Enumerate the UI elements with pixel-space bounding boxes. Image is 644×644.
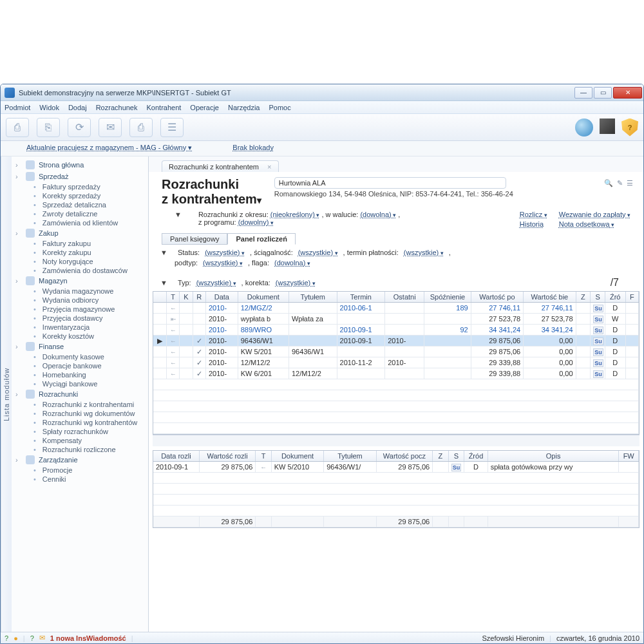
toolbar-btn-1[interactable]: ⎙ [6,118,29,137]
table-row[interactable]: ←2010-12/MGZ/22010-06-118927 746,1127 74… [153,303,639,314]
action-rozlicz[interactable]: Rozlicz [520,211,547,218]
action-nota[interactable]: Nota odsetkowa [559,220,630,228]
menu-widok[interactable]: Widok [39,104,59,111]
sidebar-item[interactable]: Faktury zakupu [12,239,148,248]
minimize-button[interactable]: — [574,87,592,99]
menu-rozrachunek[interactable]: Rozrachunek [96,104,138,111]
sidebar-item[interactable]: Operacje bankowe [12,361,148,370]
collapse-toggle-icon-2[interactable]: ▼ [160,249,167,256]
warehouse-link[interactable]: Aktualnie pracujesz z magazynem - MAG - … [26,144,192,151]
search-icon[interactable]: 🔍 [604,179,613,187]
correction-filter[interactable]: (wszystkie) [276,279,316,287]
status-filter[interactable]: (wszystkie) [205,249,245,256]
sidebar-item[interactable]: Wydania odbiorcy [12,296,148,305]
sidebar-item[interactable]: Homebanking [12,370,148,379]
table-row[interactable]: 2010-09-129 875,06←KW 5/201096436/W1/29 … [153,462,639,473]
toolbar-btn-2[interactable]: ⎘ [37,118,60,137]
status-message[interactable]: 1 nowa InsWiadomość [50,634,126,642]
globe-icon[interactable] [575,118,593,137]
window-title: Subiekt demonstracyjny na serwerze MKP\I… [19,89,574,97]
table-row[interactable]: ←✓2010-12/M12/22010-11-22010-29 339,880,… [153,357,639,368]
help-icon-2[interactable]: ? [30,634,34,642]
toolbar-btn-5[interactable]: ⎙ [129,118,153,137]
menu-pomoc[interactable]: Pomoc [269,104,291,111]
menu-podmiot[interactable]: Podmiot [5,104,30,111]
sidebar-group[interactable]: ›Rozrachunki [12,388,148,400]
tab-close-icon[interactable]: × [267,163,271,171]
sidebar-group[interactable]: ›Magazyn [12,275,148,287]
currency-filter[interactable]: (dowolna) [360,211,396,218]
bulb-icon[interactable]: ● [14,634,18,642]
sidebar-item[interactable]: Spłaty rozrachunków [12,427,148,436]
cube-icon[interactable] [600,118,615,134]
toolbar-btn-6[interactable]: ☰ [160,118,184,137]
flag-filter[interactable]: (dowolna) [274,259,310,267]
sidebar-item[interactable]: Rozrachunki wg dokumentów [12,409,148,418]
sidebar-item[interactable]: Faktury sprzedaży [12,182,148,191]
sidebar-group[interactable]: ›Sprzedaż [12,171,148,182]
collectibility-filter[interactable]: (wszystkie) [298,249,338,256]
sidebar-item[interactable]: Rozrachunki z kontrahentami [12,400,148,409]
sidebar-item[interactable]: Sprzedaż detaliczna [12,200,148,209]
maximize-button[interactable]: ▭ [594,87,612,99]
menu-operacje[interactable]: Operacje [190,104,219,111]
sidebar-item[interactable]: Korekty kosztów [12,332,148,341]
table-row [153,379,639,390]
sidebar-item[interactable]: Rozrachunki wg kontrahentów [12,418,148,427]
sidebar-item[interactable]: Rozrachunki rozliczone [12,445,148,454]
close-button[interactable]: ✕ [613,87,642,99]
program-filter[interactable]: (dowolny) [238,218,274,226]
mail-icon[interactable]: ✉ [39,634,45,642]
sidebar-item[interactable]: Wyciągi bankowe [12,379,148,388]
sidebar-group[interactable]: ›Strona główna [12,159,148,171]
menu-dodaj[interactable]: Dodaj [68,104,87,111]
menu-kontrahent[interactable]: Kontrahent [147,104,182,111]
shield-icon[interactable]: ? [621,118,638,137]
sidebar-group[interactable]: ›Zakup [12,227,148,239]
sidebar-group[interactable]: ›Finanse [12,341,148,352]
sidebar-item[interactable]: Cenniki [12,475,148,484]
sidebar-item[interactable]: Dokumenty kasowe [12,352,148,361]
sidebar-item[interactable]: Promocje [12,466,148,475]
collapse-toggle-icon-3[interactable]: ▼ [160,279,167,287]
main: Rozrachunki z kontrahentem × Rozrachunki… [149,156,643,632]
sidebar-group[interactable]: ›Zarządzanie [12,454,148,466]
sidebar-item[interactable]: Korekty zakupu [12,248,148,257]
sidebar-item[interactable]: Kompensaty [12,436,148,445]
module-tree: ›Strona główna›SprzedażFaktury sprzedaży… [12,156,148,632]
table-row[interactable]: ⇤2010-wypłata bWpłata za27 523,7827 523,… [153,314,639,325]
type-filter[interactable]: (wszystkie) [196,279,236,287]
table-row[interactable]: ←2010-889/WRO2010-09-19234 341,2434 341,… [153,325,639,336]
notes-icon[interactable]: ☰ [627,179,633,187]
table-row[interactable]: ▶←✓2010-96436/W12010-09-12010-29 875,060… [153,336,639,346]
sidebar-item[interactable]: Zwroty detaliczne [12,209,148,218]
tab-ksiegowy[interactable]: Panel księgowy [162,233,227,245]
payment-term-filter[interactable]: (wszystkie) [404,249,444,256]
subtype-filter[interactable]: (wszystkie) [203,259,243,267]
edit-icon[interactable]: ✎ [617,179,623,187]
lock-link[interactable]: Brak blokady [232,144,274,151]
toolbar: ⎙ ⎘ ⟳ ✉ ⎙ ☰ ? [1,114,643,141]
action-wezwanie[interactable]: Wezwanie do zapłaty [559,211,630,218]
help-icon[interactable]: ? [5,634,8,642]
sidebar-item[interactable]: Przyjęcia dostawcy [12,314,148,323]
collapse-toggle-icon[interactable]: ▼ [175,211,182,218]
sidebar-item[interactable]: Korekty sprzedaży [12,191,148,200]
period-filter[interactable]: (nieokreślony) [270,211,320,218]
sidebar-item[interactable]: Przyjęcia magazynowe [12,305,148,314]
sidebar-item[interactable]: Noty korygujące [12,257,148,266]
tab-rozliczen[interactable]: Panel rozliczeń [227,233,295,245]
sidebar-item[interactable]: Zamówienia do dostawców [12,266,148,275]
toolbar-btn-4[interactable]: ✉ [99,118,122,137]
table-row[interactable]: ←✓2010-KW 6/20112/M12/229 339,880,00SuD [153,368,639,379]
party-name-field[interactable]: Hurtownia ALA [274,177,506,189]
toolbar-btn-3[interactable]: ⟳ [68,118,91,137]
sidebar-item[interactable]: Zamówienia od klientów [12,218,148,227]
table-row[interactable]: ←✓2010-KW 5/20196436/W129 875,060,00SuD [153,346,639,357]
sidebar-item[interactable]: Wydania magazynowe [12,287,148,296]
grid-scrollbar[interactable] [153,435,639,446]
main-tab[interactable]: Rozrachunki z kontrahentem × [162,160,279,172]
sidebar-item[interactable]: Inwentaryzacja [12,323,148,332]
action-historia[interactable]: Historia [520,220,547,228]
menu-narzędzia[interactable]: Narzędzia [228,104,260,111]
